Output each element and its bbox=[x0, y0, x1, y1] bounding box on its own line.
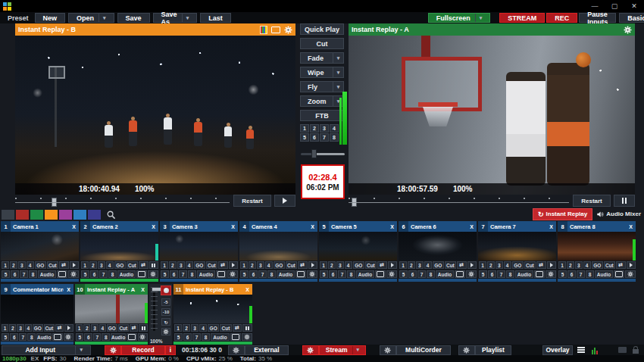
gear-icon[interactable] bbox=[466, 270, 477, 278]
record-button[interactable]: Record bbox=[121, 345, 165, 355]
category-color-swatch[interactable] bbox=[88, 210, 101, 220]
chevron-down-icon[interactable]: ▾ bbox=[475, 14, 483, 22]
input-7-button[interactable]: 7 bbox=[179, 270, 187, 278]
input-cut-button[interactable]: Cut bbox=[286, 261, 297, 269]
input-titlebar[interactable]: 6Camera 6X bbox=[399, 221, 477, 232]
input-3-button[interactable]: 3 bbox=[191, 324, 199, 332]
loop-icon[interactable]: ⇄ bbox=[55, 324, 64, 332]
input-go-button[interactable]: GO bbox=[274, 261, 285, 269]
play-button[interactable] bbox=[388, 261, 398, 269]
loop-icon[interactable]: ⇄ bbox=[457, 261, 467, 269]
input-6-button[interactable]: 6 bbox=[408, 270, 417, 278]
input-audio-button[interactable]: Audio bbox=[277, 270, 295, 278]
input-audio-button[interactable]: Audio bbox=[197, 270, 215, 278]
loop-icon[interactable]: ⇄ bbox=[377, 261, 387, 269]
program-pause-button[interactable] bbox=[614, 195, 635, 207]
input-audio-button[interactable]: Audio bbox=[38, 270, 56, 278]
input-2-button[interactable]: 2 bbox=[89, 261, 97, 269]
close-icon[interactable]: X bbox=[626, 224, 636, 229]
play-button[interactable] bbox=[229, 261, 239, 269]
input-7-button[interactable]: 7 bbox=[577, 270, 585, 278]
input-titlebar[interactable]: 10Instant Replay - AX bbox=[75, 284, 148, 295]
input-thumbnail[interactable] bbox=[80, 232, 158, 261]
stream-button[interactable]: Stream▾ bbox=[319, 345, 366, 355]
monitor-icon[interactable] bbox=[271, 27, 280, 33]
gear-icon[interactable] bbox=[546, 270, 556, 278]
input-5-button[interactable]: 5 bbox=[240, 270, 249, 278]
input-go-button[interactable]: GO bbox=[208, 324, 219, 332]
input-cut-button[interactable]: Cut bbox=[445, 261, 456, 269]
gear-icon[interactable] bbox=[284, 26, 292, 34]
input-audio-button[interactable]: Audio bbox=[515, 270, 533, 278]
reset-icon[interactable]: ↻ bbox=[161, 318, 170, 326]
overlay-number-button[interactable]: 1 bbox=[300, 124, 309, 133]
scrubber-handle[interactable] bbox=[52, 198, 57, 207]
input-2-button[interactable]: 2 bbox=[83, 324, 90, 332]
transition-fade-button[interactable]: Fade▾ bbox=[300, 52, 344, 64]
input-titlebar[interactable]: 4Camera 4X bbox=[239, 221, 317, 232]
close-icon[interactable]: X bbox=[387, 224, 397, 229]
input-titlebar[interactable]: 9Commentator MicrophoneX bbox=[1, 284, 73, 295]
input-3-button[interactable]: 3 bbox=[416, 261, 424, 269]
input-audio-button[interactable]: Audio bbox=[117, 270, 136, 278]
input-4-button[interactable]: 4 bbox=[106, 261, 114, 269]
close-icon[interactable]: X bbox=[228, 224, 238, 229]
input-8-button[interactable]: 8 bbox=[202, 333, 210, 341]
input-6-button[interactable]: 6 bbox=[567, 270, 576, 278]
input-2-button[interactable]: 2 bbox=[567, 261, 574, 269]
input-6-button[interactable]: 6 bbox=[11, 270, 19, 278]
transition-zoom-button[interactable]: Zoom▾ bbox=[300, 95, 344, 107]
input-8-button[interactable]: 8 bbox=[27, 333, 35, 341]
input-1-button[interactable]: 1 bbox=[161, 261, 168, 269]
gear-icon[interactable] bbox=[161, 328, 170, 335]
input-4-button[interactable]: 4 bbox=[583, 261, 591, 269]
input-audio-button[interactable]: Audio bbox=[595, 270, 613, 278]
overlay-number-button[interactable]: 2 bbox=[310, 124, 319, 133]
input-5-button[interactable]: 5 bbox=[174, 333, 183, 341]
loop-icon[interactable]: ⇄ bbox=[130, 324, 139, 332]
monitor-icon[interactable] bbox=[136, 270, 147, 278]
input-thumbnail[interactable] bbox=[399, 232, 477, 261]
input-8-button[interactable]: 8 bbox=[347, 270, 355, 278]
input-audio-button[interactable]: Audio bbox=[111, 333, 126, 341]
input-5-button[interactable]: 5 bbox=[399, 270, 408, 278]
input-go-button[interactable]: GO bbox=[592, 261, 603, 269]
input-3-button[interactable]: 3 bbox=[336, 261, 344, 269]
input-cut-button[interactable]: Cut bbox=[44, 324, 55, 332]
input-go-button[interactable]: GO bbox=[194, 261, 205, 269]
new-button[interactable]: New bbox=[35, 13, 66, 23]
stream-indicator-button[interactable]: STREAM bbox=[499, 13, 545, 23]
play-button[interactable] bbox=[547, 261, 557, 269]
input-6-button[interactable]: 6 bbox=[183, 333, 192, 341]
program-scrubber[interactable] bbox=[349, 196, 569, 206]
input-cut-button[interactable]: Cut bbox=[47, 261, 58, 269]
input-titlebar[interactable]: 1Camera 1X bbox=[1, 221, 79, 232]
input-1-button[interactable]: 1 bbox=[240, 261, 248, 269]
loop-icon[interactable]: ⇄ bbox=[218, 261, 228, 269]
input-titlebar[interactable]: 11Instant Replay - BX bbox=[174, 284, 252, 295]
pause-inputs-button[interactable]: Pause Inputs bbox=[579, 13, 616, 23]
overlay-number-button[interactable]: 5 bbox=[300, 133, 309, 142]
preview-play-button[interactable] bbox=[274, 195, 295, 207]
input-6-button[interactable]: 6 bbox=[249, 270, 258, 278]
chevron-down-icon[interactable]: ▾ bbox=[333, 53, 343, 63]
input-2-button[interactable]: 2 bbox=[10, 261, 17, 269]
category-color-swatch[interactable] bbox=[59, 210, 72, 220]
quick-play-button[interactable]: Quick Play bbox=[300, 23, 344, 35]
input-2-button[interactable]: 2 bbox=[249, 261, 256, 269]
captions-icon[interactable] bbox=[617, 345, 627, 354]
input-cut-button[interactable]: Cut bbox=[365, 261, 377, 269]
input-titlebar[interactable]: 8Camera 8X bbox=[558, 221, 636, 232]
input-thumbnail[interactable] bbox=[1, 232, 79, 261]
playlist-settings-gear-icon[interactable] bbox=[458, 345, 475, 355]
audio-fader[interactable] bbox=[153, 287, 155, 331]
monitor-icon[interactable] bbox=[127, 333, 136, 341]
close-icon[interactable]: X bbox=[308, 224, 317, 229]
gear-icon[interactable] bbox=[307, 270, 317, 278]
input-4-button[interactable]: 4 bbox=[25, 324, 32, 332]
overlay-number-button[interactable]: 7 bbox=[320, 133, 329, 142]
monitor-icon[interactable] bbox=[57, 270, 67, 278]
save-button[interactable]: Save bbox=[117, 13, 150, 23]
chevron-down-icon[interactable]: ▾ bbox=[333, 82, 343, 92]
input-go-button[interactable]: GO bbox=[107, 324, 117, 332]
